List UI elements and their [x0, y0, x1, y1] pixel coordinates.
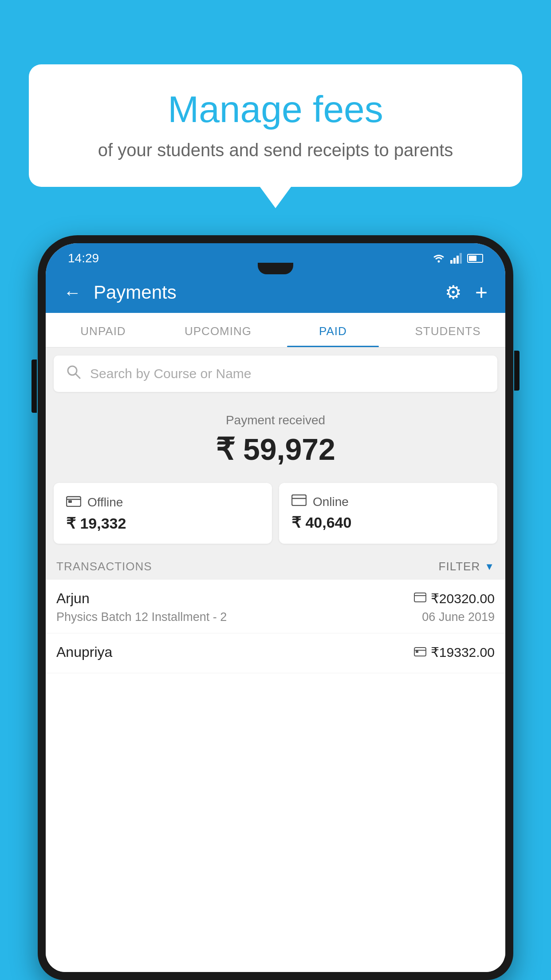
payment-cards-row: Offline ₹ 19,332	[46, 476, 505, 551]
payment-received-label: Payment received	[55, 413, 496, 427]
transaction-top: Anupriya ₹19332.00	[56, 644, 495, 660]
tab-upcoming[interactable]: UPCOMING	[161, 313, 276, 347]
filter-label: FILTER	[439, 560, 480, 573]
transaction-date: 06 June 2019	[422, 610, 495, 624]
phone-screen: 14:29	[46, 243, 505, 972]
online-card: Online ₹ 40,640	[279, 483, 497, 544]
svg-rect-15	[416, 651, 418, 653]
online-amount: ₹ 40,640	[291, 514, 485, 531]
offline-card-top: Offline	[66, 494, 260, 510]
filter-icon: ▼	[484, 561, 495, 573]
transaction-list: Arjun ₹20320.00	[46, 580, 505, 972]
svg-rect-10	[292, 495, 306, 506]
tab-unpaid[interactable]: UNPAID	[46, 313, 161, 347]
transaction-course: Physics Batch 12 Installment - 2	[56, 610, 227, 624]
transactions-label: TRANSACTIONS	[56, 560, 152, 573]
back-button[interactable]: ←	[63, 284, 81, 301]
search-icon	[66, 364, 81, 383]
table-row[interactable]: Arjun ₹20320.00	[46, 580, 505, 633]
svg-rect-3	[457, 256, 459, 264]
transaction-amount-wrap: ₹20320.00	[414, 591, 495, 606]
status-time: 14:29	[68, 251, 99, 265]
add-button[interactable]: +	[475, 282, 488, 303]
card-payment-icon	[414, 593, 426, 605]
svg-rect-12	[414, 593, 426, 602]
bubble-subtitle: of your students and send receipts to pa…	[55, 140, 496, 160]
search-placeholder: Search by Course or Name	[90, 366, 252, 381]
search-bar[interactable]: Search by Course or Name	[54, 356, 497, 392]
svg-rect-4	[460, 253, 462, 264]
offline-payment-icon	[414, 646, 426, 659]
settings-button[interactable]: ⚙	[445, 281, 462, 303]
transaction-amount-wrap: ₹19332.00	[414, 644, 495, 660]
offline-amount: ₹ 19,332	[66, 514, 260, 532]
svg-line-6	[75, 374, 80, 378]
transaction-amount: ₹20320.00	[431, 591, 495, 606]
svg-rect-1	[450, 260, 453, 264]
app-bar: ← Payments ⚙ +	[46, 272, 505, 313]
wifi-icon	[432, 253, 446, 264]
tab-students[interactable]: STUDENTS	[390, 313, 505, 347]
svg-point-0	[438, 261, 440, 263]
app-title: Payments	[94, 282, 177, 303]
status-icons	[432, 253, 483, 264]
transactions-header: TRANSACTIONS FILTER ▼	[46, 551, 505, 580]
filter-button[interactable]: FILTER ▼	[439, 560, 495, 573]
table-row[interactable]: Anupriya ₹19332.00	[46, 633, 505, 673]
online-label: Online	[313, 495, 349, 509]
phone-notch	[258, 263, 293, 274]
online-card-top: Online	[291, 494, 485, 509]
bubble-title: Manage fees	[55, 89, 496, 130]
app-bar-left: ← Payments	[63, 282, 177, 303]
app-bar-right: ⚙ +	[445, 281, 488, 303]
offline-icon	[66, 494, 81, 510]
tabs: UNPAID UPCOMING PAID STUDENTS	[46, 313, 505, 348]
battery-icon	[467, 254, 483, 263]
transaction-name: Arjun	[56, 590, 90, 607]
svg-rect-2	[453, 258, 456, 264]
payment-received-amount: ₹ 59,972	[55, 432, 496, 467]
online-icon	[291, 494, 307, 509]
payment-received-section: Payment received ₹ 59,972	[46, 400, 505, 476]
speech-bubble: Manage fees of your students and send re…	[29, 64, 522, 187]
transaction-top: Arjun ₹20320.00	[56, 590, 495, 607]
offline-label: Offline	[87, 495, 123, 510]
transaction-amount: ₹19332.00	[431, 644, 495, 660]
tab-paid[interactable]: PAID	[276, 313, 390, 347]
offline-card: Offline ₹ 19,332	[54, 483, 272, 544]
phone-outer: 14:29	[38, 235, 513, 980]
content-area: Search by Course or Name Payment receive…	[46, 348, 505, 972]
svg-rect-8	[68, 500, 72, 503]
phone: 14:29	[38, 235, 513, 980]
signal-icon	[450, 253, 463, 264]
transaction-bottom: Physics Batch 12 Installment - 2 06 June…	[56, 610, 495, 624]
transaction-name: Anupriya	[56, 644, 112, 660]
